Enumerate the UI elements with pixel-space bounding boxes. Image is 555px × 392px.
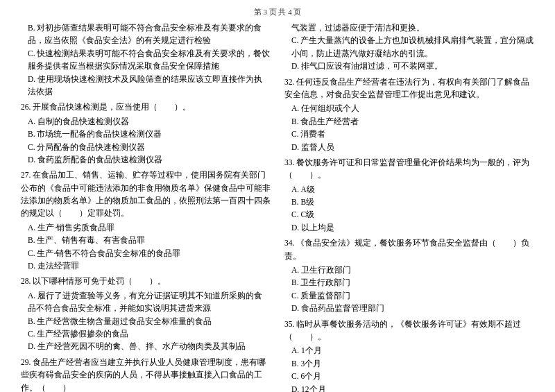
option-b: B. 卫生行政部门: [284, 276, 534, 289]
option-a: A. 1个月: [284, 344, 534, 357]
option-d: D. 监督人员: [284, 141, 534, 153]
text-line: B. 对初步筛查结果表明可能不符合食品安全标准及有关要求的食品，应当依照《食品安…: [21, 22, 271, 47]
option-b: B. B级: [284, 196, 534, 208]
option-c: C. C级: [284, 208, 534, 221]
text-line: C. 快速检测结果表明可能不符合食品安全标准及有关要求的，餐饮服务提供者应当根据…: [21, 47, 271, 73]
text-line: D. 排气口应设有油烟过滤，可不装网罩。: [284, 60, 534, 72]
text-line: D. 使用现场快速检测技术及风险筛查的结果应该立即直接作为执法依据: [21, 73, 271, 99]
option-c: C. 分局配备的食品快速检测仪器: [21, 141, 271, 153]
option-c: C. 生产经营掺假掺杂的食品: [21, 327, 271, 340]
question-29: 29. 食品生产经营者应当建立并执行从业人员健康管理制度，患有哪些疾有碍食品安全…: [21, 356, 271, 392]
text-line: C. 产生大量蒸汽的设备上方也加设机械排风扇排气装置，宜分隔成小间，防止进蒸汽做…: [284, 34, 534, 60]
option-a: A. 任何组织或个人: [284, 102, 534, 114]
main-content: B. 对初步筛查结果表明可能不符合食品安全标准及有关要求的食品，应当依照《食品安…: [21, 22, 534, 392]
column-left: B. 对初步筛查结果表明可能不符合食品安全标准及有关要求的食品，应当依照《食品安…: [21, 22, 271, 392]
option-d: D. 走法经营罪: [21, 259, 271, 272]
question-28: 28. 以下哪种情形可免于处罚（ ）。 A. 履行了进货查验等义务，有充分证据证…: [21, 275, 271, 352]
question-text: 33. 餐饮服务许可证和日常监督管理量化评价结果均为一般的，评为（ ）。: [284, 156, 534, 182]
option-a: A. 履行了进货查验等义务，有充分证据证明其不知道所采购的食品不符合食品安全标准…: [21, 289, 271, 315]
question-text: 29. 食品生产经营者应当建立并执行从业人员健康管理制度，患有哪些疾有碍食品安全…: [21, 356, 271, 392]
option-a: A. A级: [284, 183, 534, 196]
option-a: A. 生产·销售劣质食品罪: [21, 221, 271, 234]
question-26: 26. 开展食品快速检测是，应当使用（ ）。 A. 自制的食品快速检测仪器 B.…: [21, 101, 271, 166]
option-c: C. 消费者: [284, 128, 534, 140]
question-text: 28. 以下哪种情形可免于处罚（ ）。: [21, 275, 271, 287]
question-text: 34. 《食品安全法》规定，餐饮服务环节食品安全监督由（ ）负责。: [284, 237, 534, 262]
option-c: C. 6个月: [284, 370, 534, 382]
option-d: D. 12个月: [284, 383, 534, 392]
option-b: B. 市场统一配备的食品快速检测仪器: [21, 128, 271, 140]
page: 第 3 页 共 4 页 B. 对初步筛查结果表明可能不符合食品安全标准及有关要求…: [0, 0, 555, 392]
option-d: D. 以上均是: [284, 221, 534, 234]
option-b: B. 3个月: [284, 357, 534, 370]
option-d: D. 食品药品监督管理部门: [284, 302, 534, 314]
question-35: 35. 临时从事餐饮服务活动的，《餐饮服务许可证》有效期不超过（ ）。 A. 1…: [284, 318, 534, 392]
option-c: C. 生产·销售不符合食品安全标准的食品罪: [21, 247, 271, 259]
question-34: 34. 《食品安全法》规定，餐饮服务环节食品安全监督由（ ）负责。 A. 卫生行…: [284, 237, 534, 314]
option-continuation-1: B. 对初步筛查结果表明可能不符合食品安全标准及有关要求的食品，应当依照《食品安…: [21, 22, 271, 98]
question-32: 32. 任何违反食品生产经营者在违法行为，有权向有关部门了解食品安全信息，对食品…: [284, 76, 534, 153]
option-d: D. 生产经营死因不明的禽、兽、拌、水产动物肉类及其制品: [21, 340, 271, 352]
question-33: 33. 餐饮服务许可证和日常监督管理量化评价结果均为一般的，评为（ ）。 A. …: [284, 156, 534, 234]
question-text: 26. 开展食品快速检测是，应当使用（ ）。: [21, 101, 271, 113]
option-a: A. 卫生行政部门: [284, 264, 534, 276]
option-continuation-2: 气装置，过滤器应便于清洁和更换。 C. 产生大量蒸汽的设备上方也加设机械排风扇排…: [284, 22, 534, 73]
option-b: B. 生产、销售有毒、有害食品罪: [21, 234, 271, 246]
page-header: 第 3 页 共 4 页: [21, 7, 534, 17]
option-c: C. 质量监督部门: [284, 289, 534, 302]
question-text: 27. 在食品加工、销售、运输、贮存等过程中，使用国务院有关部门公布的《食品中可…: [21, 169, 271, 220]
question-27: 27. 在食品加工、销售、运输、贮存等过程中，使用国务院有关部门公布的《食品中可…: [21, 169, 271, 272]
option-a: A. 自制的食品快速检测仪器: [21, 115, 271, 128]
option-b: B. 食品生产经营者: [284, 115, 534, 128]
option-b: B. 生产经营微生物含量超过食品安全标准量的食品: [21, 315, 271, 327]
question-text: 35. 临时从事餐饮服务活动的，《餐饮服务许可证》有效期不超过（ ）。: [284, 318, 534, 343]
option-d: D. 食药监所配备的食品快速检测仪器: [21, 153, 271, 166]
column-right: 气装置，过滤器应便于清洁和更换。 C. 产生大量蒸汽的设备上方也加设机械排风扇排…: [284, 22, 534, 392]
question-text: 32. 任何违反食品生产经营者在违法行为，有权向有关部门了解食品安全信息，对食品…: [284, 76, 534, 101]
text-line: 气装置，过滤器应便于清洁和更换。: [284, 22, 534, 34]
